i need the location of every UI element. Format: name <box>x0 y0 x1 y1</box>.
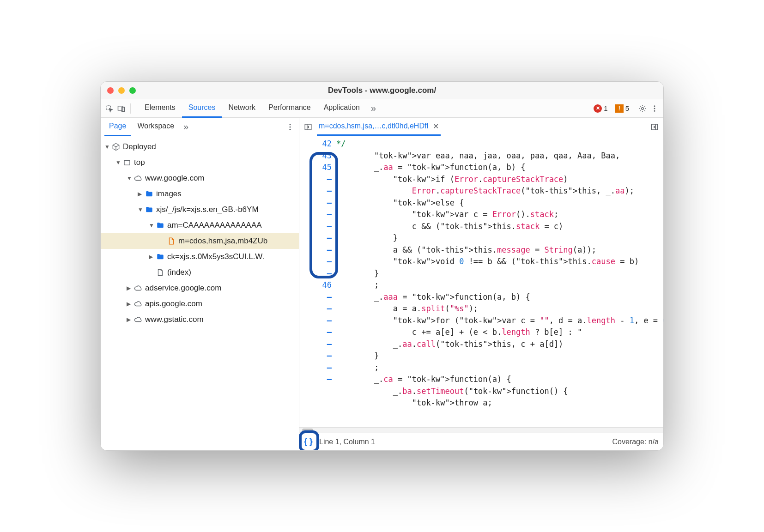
devtools-window: DevTools - www.google.com/ Elements Sour… <box>100 81 664 451</box>
close-window-button[interactable] <box>107 87 114 94</box>
gutter-line[interactable]: 46 <box>299 279 332 291</box>
svg-point-8 <box>290 126 291 127</box>
tab-sources[interactable]: Sources <box>182 99 222 118</box>
tree-item[interactable]: ▶adservice.google.com <box>101 280 299 296</box>
warning-count: 5 <box>625 104 629 112</box>
code-line: */ <box>336 138 663 150</box>
titlebar: DevTools - www.google.com/ <box>101 82 663 99</box>
tree-item[interactable]: ▶images <box>101 186 299 202</box>
code-line: "tok-kw">throw a; <box>336 397 663 409</box>
code-editor[interactable]: 424345–––––––––46–––––––– */ "tok-kw">va… <box>299 136 663 427</box>
tab-elements[interactable]: Elements <box>138 99 182 118</box>
gutter-line[interactable]: – <box>299 350 332 362</box>
more-tabs-icon[interactable]: » <box>368 103 379 114</box>
tree-arrow-icon[interactable]: ▶ <box>127 285 133 291</box>
tree-item[interactable]: ▶www.gstatic.com <box>101 312 299 327</box>
tree-item[interactable]: ▶apis.google.com <box>101 296 299 312</box>
code-line: ; <box>336 362 663 374</box>
cloud-icon <box>133 315 143 324</box>
gear-icon[interactable] <box>637 103 648 114</box>
warning-badge[interactable]: ! 5 <box>612 104 632 113</box>
resize-divider[interactable] <box>299 427 663 433</box>
tree-arrow-icon[interactable]: ▼ <box>138 206 144 213</box>
svg-point-4 <box>654 105 655 107</box>
inspect-icon[interactable] <box>104 103 115 114</box>
folder-blue-icon <box>155 253 165 261</box>
tree-item[interactable]: ▼Deployed <box>101 139 299 155</box>
coverage-status: Coverage: n/a <box>612 438 659 446</box>
navigator-tab-workspace[interactable]: Workspace <box>133 117 179 136</box>
code-line: } <box>336 268 663 280</box>
tree-arrow-icon[interactable]: ▼ <box>127 175 133 181</box>
tree-arrow-icon[interactable]: ▶ <box>127 316 133 323</box>
cloud-icon <box>133 300 143 308</box>
tree-item[interactable]: (index) <box>101 265 299 280</box>
tree-arrow-icon[interactable]: ▶ <box>149 254 155 260</box>
tree-item[interactable]: m=cdos,hsm,jsa,mb4ZUb <box>101 233 299 249</box>
navigator-menu-icon[interactable] <box>285 122 295 132</box>
tab-application[interactable]: Application <box>317 99 366 118</box>
error-count: 1 <box>604 104 607 112</box>
tree-item[interactable]: ▼www.google.com <box>101 170 299 186</box>
toggle-debugger-icon[interactable] <box>649 122 660 132</box>
line-gutter[interactable]: 424345–––––––––46–––––––– <box>299 136 336 427</box>
code-line: c && ("tok-this">this.stack = c) <box>336 221 663 233</box>
tree-item[interactable]: ▼am=CAAAAAAAAAAAAAA <box>101 218 299 233</box>
tree-item-label: Deployed <box>123 142 156 151</box>
tab-performance[interactable]: Performance <box>262 99 317 118</box>
svg-rect-10 <box>124 161 130 165</box>
tree-item[interactable]: ▶ck=xjs.s.0Mx5ys3sCUI.L.W. <box>101 249 299 265</box>
kebab-menu-icon[interactable] <box>649 103 660 114</box>
pretty-print-annotation-highlight <box>299 430 319 451</box>
gutter-line[interactable]: – <box>299 362 332 374</box>
code-line: } <box>336 350 663 362</box>
tree-arrow-icon[interactable]: ▶ <box>127 301 133 307</box>
tab-network[interactable]: Network <box>222 99 262 118</box>
tree-item-label: xjs/_/js/k=xjs.s.en_GB.-b6YM <box>156 205 259 214</box>
editor-file-tab[interactable]: m=cdos,hsm,jsa,…c,dtl0hd,eHDfl ✕ <box>317 118 441 136</box>
navigator-pane: Page Workspace » ▼Deployed▼top▼www.googl… <box>101 118 299 450</box>
svg-point-9 <box>290 128 291 130</box>
code-line: a = a.split("%s"); <box>336 303 663 315</box>
file-tab-label: m=cdos,hsm,jsa,…c,dtl0hd,eHDfl <box>319 122 428 130</box>
gutter-line[interactable]: – <box>299 291 332 303</box>
warning-icon: ! <box>615 104 624 113</box>
code-line: } <box>336 232 663 244</box>
tree-item-label: am=CAAAAAAAAAAAAAA <box>167 221 262 230</box>
gutter-line[interactable]: – <box>299 326 332 339</box>
gutter-line[interactable]: – <box>299 303 332 315</box>
code-line: "tok-kw">if (Error.captureStackTrace) <box>336 174 663 186</box>
gutter-line[interactable]: – <box>299 339 332 351</box>
file-icon <box>155 268 165 277</box>
code-line: _.aa.call("tok-this">this, c + a[d]) <box>336 339 663 351</box>
minimize-window-button[interactable] <box>118 87 125 94</box>
code-line: "tok-kw">var c = Error().stack; <box>336 209 663 221</box>
cube-icon <box>111 143 121 151</box>
tree-item-label: (index) <box>167 268 191 277</box>
gutter-line[interactable]: 42 <box>299 138 332 150</box>
code-line: "tok-kw">else { <box>336 197 663 209</box>
device-toolbar-icon[interactable] <box>116 103 127 114</box>
navigator-more-icon[interactable]: » <box>181 121 191 132</box>
folder-blue-icon <box>144 190 154 198</box>
pretty-print-button[interactable]: { } <box>304 437 313 447</box>
svg-point-3 <box>642 107 644 109</box>
gutter-line[interactable]: – <box>299 374 332 386</box>
error-badge[interactable]: ✕ 1 <box>591 104 610 113</box>
tree-arrow-icon[interactable]: ▶ <box>138 191 144 197</box>
code-content[interactable]: */ "tok-kw">var eaa, naa, jaa, oaa, paa,… <box>336 136 663 427</box>
toggle-navigator-icon[interactable] <box>303 122 313 132</box>
tree-item[interactable]: ▼xjs/_/js/k=xjs.s.en_GB.-b6YM <box>101 202 299 218</box>
tree-arrow-icon[interactable]: ▼ <box>149 222 155 229</box>
tree-arrow-icon[interactable]: ▼ <box>115 159 122 166</box>
tree-item-label: apis.google.com <box>145 299 202 308</box>
tree-item[interactable]: ▼top <box>101 155 299 170</box>
code-line: Error.captureStackTrace("tok-this">this,… <box>336 185 663 197</box>
tree-arrow-icon[interactable]: ▼ <box>104 144 111 150</box>
frame-icon <box>122 158 132 167</box>
close-tab-icon[interactable]: ✕ <box>433 122 439 131</box>
folder-blue-icon <box>155 221 165 230</box>
gutter-line[interactable]: – <box>299 315 332 327</box>
maximize-window-button[interactable] <box>129 87 136 94</box>
navigator-tab-page[interactable]: Page <box>104 117 131 136</box>
